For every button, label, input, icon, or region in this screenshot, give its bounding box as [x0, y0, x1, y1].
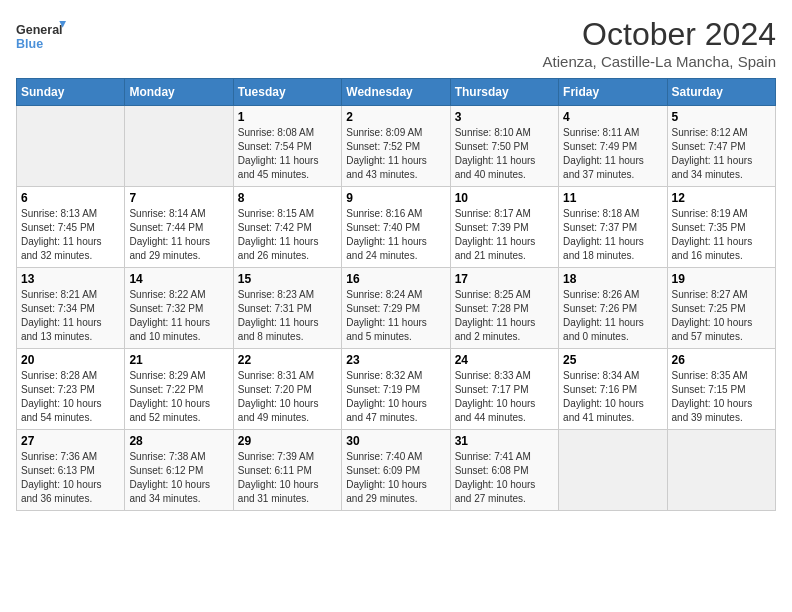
day-info: Sunrise: 8:16 AM Sunset: 7:40 PM Dayligh… — [346, 207, 445, 263]
day-number: 26 — [672, 353, 771, 367]
header: General Blue October 2024 Atienza, Casti… — [16, 16, 776, 70]
day-info: Sunrise: 7:39 AM Sunset: 6:11 PM Dayligh… — [238, 450, 337, 506]
calendar-cell: 31Sunrise: 7:41 AM Sunset: 6:08 PM Dayli… — [450, 430, 558, 511]
day-info: Sunrise: 8:18 AM Sunset: 7:37 PM Dayligh… — [563, 207, 662, 263]
svg-text:Blue: Blue — [16, 37, 43, 51]
day-info: Sunrise: 8:23 AM Sunset: 7:31 PM Dayligh… — [238, 288, 337, 344]
day-number: 8 — [238, 191, 337, 205]
day-info: Sunrise: 8:31 AM Sunset: 7:20 PM Dayligh… — [238, 369, 337, 425]
day-number: 6 — [21, 191, 120, 205]
title-area: October 2024 Atienza, Castille-La Mancha… — [543, 16, 776, 70]
week-row-2: 6Sunrise: 8:13 AM Sunset: 7:45 PM Daylig… — [17, 187, 776, 268]
svg-text:General: General — [16, 23, 63, 37]
day-info: Sunrise: 8:34 AM Sunset: 7:16 PM Dayligh… — [563, 369, 662, 425]
day-header-friday: Friday — [559, 79, 667, 106]
week-row-1: 1Sunrise: 8:08 AM Sunset: 7:54 PM Daylig… — [17, 106, 776, 187]
day-info: Sunrise: 8:17 AM Sunset: 7:39 PM Dayligh… — [455, 207, 554, 263]
day-number: 28 — [129, 434, 228, 448]
calendar-cell: 21Sunrise: 8:29 AM Sunset: 7:22 PM Dayli… — [125, 349, 233, 430]
day-info: Sunrise: 8:32 AM Sunset: 7:19 PM Dayligh… — [346, 369, 445, 425]
day-info: Sunrise: 8:26 AM Sunset: 7:26 PM Dayligh… — [563, 288, 662, 344]
calendar-cell: 6Sunrise: 8:13 AM Sunset: 7:45 PM Daylig… — [17, 187, 125, 268]
calendar-cell: 14Sunrise: 8:22 AM Sunset: 7:32 PM Dayli… — [125, 268, 233, 349]
day-number: 19 — [672, 272, 771, 286]
day-number: 3 — [455, 110, 554, 124]
location-subtitle: Atienza, Castille-La Mancha, Spain — [543, 53, 776, 70]
day-info: Sunrise: 8:14 AM Sunset: 7:44 PM Dayligh… — [129, 207, 228, 263]
calendar-cell: 13Sunrise: 8:21 AM Sunset: 7:34 PM Dayli… — [17, 268, 125, 349]
day-number: 5 — [672, 110, 771, 124]
day-header-monday: Monday — [125, 79, 233, 106]
day-header-thursday: Thursday — [450, 79, 558, 106]
day-header-saturday: Saturday — [667, 79, 775, 106]
calendar-cell: 28Sunrise: 7:38 AM Sunset: 6:12 PM Dayli… — [125, 430, 233, 511]
day-info: Sunrise: 8:09 AM Sunset: 7:52 PM Dayligh… — [346, 126, 445, 182]
calendar-cell: 19Sunrise: 8:27 AM Sunset: 7:25 PM Dayli… — [667, 268, 775, 349]
day-number: 22 — [238, 353, 337, 367]
day-number: 31 — [455, 434, 554, 448]
day-info: Sunrise: 8:21 AM Sunset: 7:34 PM Dayligh… — [21, 288, 120, 344]
calendar-cell: 8Sunrise: 8:15 AM Sunset: 7:42 PM Daylig… — [233, 187, 341, 268]
day-info: Sunrise: 8:29 AM Sunset: 7:22 PM Dayligh… — [129, 369, 228, 425]
day-info: Sunrise: 8:10 AM Sunset: 7:50 PM Dayligh… — [455, 126, 554, 182]
day-info: Sunrise: 8:27 AM Sunset: 7:25 PM Dayligh… — [672, 288, 771, 344]
day-number: 10 — [455, 191, 554, 205]
day-number: 14 — [129, 272, 228, 286]
calendar-cell — [17, 106, 125, 187]
day-info: Sunrise: 7:38 AM Sunset: 6:12 PM Dayligh… — [129, 450, 228, 506]
week-row-5: 27Sunrise: 7:36 AM Sunset: 6:13 PM Dayli… — [17, 430, 776, 511]
day-info: Sunrise: 8:33 AM Sunset: 7:17 PM Dayligh… — [455, 369, 554, 425]
day-info: Sunrise: 8:15 AM Sunset: 7:42 PM Dayligh… — [238, 207, 337, 263]
day-info: Sunrise: 8:25 AM Sunset: 7:28 PM Dayligh… — [455, 288, 554, 344]
day-info: Sunrise: 8:11 AM Sunset: 7:49 PM Dayligh… — [563, 126, 662, 182]
day-info: Sunrise: 7:36 AM Sunset: 6:13 PM Dayligh… — [21, 450, 120, 506]
day-info: Sunrise: 8:22 AM Sunset: 7:32 PM Dayligh… — [129, 288, 228, 344]
calendar-cell — [125, 106, 233, 187]
calendar-cell: 15Sunrise: 8:23 AM Sunset: 7:31 PM Dayli… — [233, 268, 341, 349]
day-header-tuesday: Tuesday — [233, 79, 341, 106]
logo-svg: General Blue — [16, 16, 66, 56]
day-number: 30 — [346, 434, 445, 448]
calendar-table: SundayMondayTuesdayWednesdayThursdayFrid… — [16, 78, 776, 511]
calendar-cell: 23Sunrise: 8:32 AM Sunset: 7:19 PM Dayli… — [342, 349, 450, 430]
day-number: 24 — [455, 353, 554, 367]
day-number: 18 — [563, 272, 662, 286]
calendar-cell: 30Sunrise: 7:40 AM Sunset: 6:09 PM Dayli… — [342, 430, 450, 511]
calendar-cell: 27Sunrise: 7:36 AM Sunset: 6:13 PM Dayli… — [17, 430, 125, 511]
day-header-wednesday: Wednesday — [342, 79, 450, 106]
calendar-cell — [559, 430, 667, 511]
day-number: 29 — [238, 434, 337, 448]
calendar-cell: 11Sunrise: 8:18 AM Sunset: 7:37 PM Dayli… — [559, 187, 667, 268]
day-number: 21 — [129, 353, 228, 367]
week-row-3: 13Sunrise: 8:21 AM Sunset: 7:34 PM Dayli… — [17, 268, 776, 349]
calendar-cell: 29Sunrise: 7:39 AM Sunset: 6:11 PM Dayli… — [233, 430, 341, 511]
calendar-cell: 3Sunrise: 8:10 AM Sunset: 7:50 PM Daylig… — [450, 106, 558, 187]
calendar-cell: 18Sunrise: 8:26 AM Sunset: 7:26 PM Dayli… — [559, 268, 667, 349]
calendar-cell: 7Sunrise: 8:14 AM Sunset: 7:44 PM Daylig… — [125, 187, 233, 268]
day-number: 7 — [129, 191, 228, 205]
day-number: 16 — [346, 272, 445, 286]
day-number: 23 — [346, 353, 445, 367]
day-info: Sunrise: 8:08 AM Sunset: 7:54 PM Dayligh… — [238, 126, 337, 182]
day-info: Sunrise: 7:40 AM Sunset: 6:09 PM Dayligh… — [346, 450, 445, 506]
day-number: 13 — [21, 272, 120, 286]
day-info: Sunrise: 8:24 AM Sunset: 7:29 PM Dayligh… — [346, 288, 445, 344]
day-number: 11 — [563, 191, 662, 205]
day-info: Sunrise: 8:12 AM Sunset: 7:47 PM Dayligh… — [672, 126, 771, 182]
day-info: Sunrise: 7:41 AM Sunset: 6:08 PM Dayligh… — [455, 450, 554, 506]
calendar-cell: 20Sunrise: 8:28 AM Sunset: 7:23 PM Dayli… — [17, 349, 125, 430]
calendar-cell: 16Sunrise: 8:24 AM Sunset: 7:29 PM Dayli… — [342, 268, 450, 349]
day-info: Sunrise: 8:35 AM Sunset: 7:15 PM Dayligh… — [672, 369, 771, 425]
calendar-cell: 1Sunrise: 8:08 AM Sunset: 7:54 PM Daylig… — [233, 106, 341, 187]
day-number: 20 — [21, 353, 120, 367]
calendar-cell: 22Sunrise: 8:31 AM Sunset: 7:20 PM Dayli… — [233, 349, 341, 430]
day-number: 2 — [346, 110, 445, 124]
calendar-cell: 2Sunrise: 8:09 AM Sunset: 7:52 PM Daylig… — [342, 106, 450, 187]
calendar-cell: 9Sunrise: 8:16 AM Sunset: 7:40 PM Daylig… — [342, 187, 450, 268]
day-number: 1 — [238, 110, 337, 124]
calendar-cell: 12Sunrise: 8:19 AM Sunset: 7:35 PM Dayli… — [667, 187, 775, 268]
day-number: 25 — [563, 353, 662, 367]
day-number: 27 — [21, 434, 120, 448]
calendar-cell: 25Sunrise: 8:34 AM Sunset: 7:16 PM Dayli… — [559, 349, 667, 430]
calendar-cell: 5Sunrise: 8:12 AM Sunset: 7:47 PM Daylig… — [667, 106, 775, 187]
